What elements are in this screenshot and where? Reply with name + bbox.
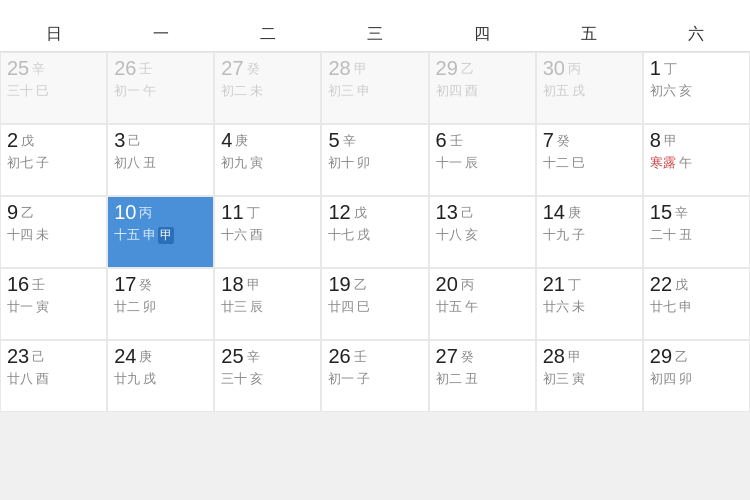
day-cell[interactable]: 25辛三十亥	[214, 340, 321, 412]
day-cell[interactable]: 24庚廿九戌	[107, 340, 214, 412]
lunar-row: 初七子	[7, 154, 100, 172]
day-number: 15	[650, 201, 672, 224]
lunar-day: 初二	[221, 82, 247, 100]
lunar-day: 十五	[114, 226, 140, 244]
day-cell[interactable]: 26壬初一子	[321, 340, 428, 412]
day-num-row: 28甲	[328, 57, 421, 80]
day-cell[interactable]: 12戊十七戌	[321, 196, 428, 268]
earthly-branch: 亥	[679, 82, 692, 100]
day-cell[interactable]: 23己廿八酉	[0, 340, 107, 412]
day-cell[interactable]: 17癸廿二卯	[107, 268, 214, 340]
day-number: 2	[7, 129, 18, 152]
lunar-day: 十四	[7, 226, 33, 244]
day-cell[interactable]: 22戊廿七申	[643, 268, 750, 340]
day-num-row: 29乙	[436, 57, 529, 80]
lunar-row: 初一午	[114, 82, 207, 100]
day-cell[interactable]: 19乙廿四巳	[321, 268, 428, 340]
day-cell[interactable]: 28甲初三申	[321, 52, 428, 124]
lunar-day: 廿五	[436, 298, 462, 316]
day-cell[interactable]: 9乙十四未	[0, 196, 107, 268]
day-cell[interactable]: 15辛二十丑	[643, 196, 750, 268]
day-number: 6	[436, 129, 447, 152]
day-cell[interactable]: 20丙廿五午	[429, 268, 536, 340]
day-cell[interactable]: 18甲廿三辰	[214, 268, 321, 340]
day-num-row: 29乙	[650, 345, 743, 368]
today-label: 甲	[158, 227, 174, 244]
heavenly-stem: 乙	[21, 204, 34, 222]
day-num-row: 25辛	[221, 345, 314, 368]
day-cell[interactable]: 13己十八亥	[429, 196, 536, 268]
earthly-branch: 卯	[357, 154, 370, 172]
day-num-row: 4庚	[221, 129, 314, 152]
day-number: 1	[650, 57, 661, 80]
earthly-branch: 子	[36, 154, 49, 172]
day-cell[interactable]: 14庚十九子	[536, 196, 643, 268]
weekday-label: 四	[429, 18, 536, 51]
day-num-row: 5辛	[328, 129, 421, 152]
day-cell[interactable]: 2戊初七子	[0, 124, 107, 196]
earthly-branch: 巳	[357, 298, 370, 316]
day-cell[interactable]: 16壬廿一寅	[0, 268, 107, 340]
earthly-branch: 寅	[572, 370, 585, 388]
heavenly-stem: 乙	[461, 60, 474, 78]
earthly-branch: 丑	[465, 370, 478, 388]
day-cell[interactable]: 29乙初四卯	[643, 340, 750, 412]
day-cell[interactable]: 1丁初六亥	[643, 52, 750, 124]
day-cell[interactable]: 3己初八丑	[107, 124, 214, 196]
day-number: 26	[328, 345, 350, 368]
lunar-row: 十六酉	[221, 226, 314, 244]
day-cell[interactable]: 27癸初二丑	[429, 340, 536, 412]
day-num-row: 6壬	[436, 129, 529, 152]
day-cell[interactable]: 4庚初九寅	[214, 124, 321, 196]
heavenly-stem: 庚	[568, 204, 581, 222]
day-number: 7	[543, 129, 554, 152]
earthly-branch: 午	[465, 298, 478, 316]
day-number: 22	[650, 273, 672, 296]
day-num-row: 8甲	[650, 129, 743, 152]
day-cell[interactable]: 29乙初四酉	[429, 52, 536, 124]
day-cell[interactable]: 8甲寒露午	[643, 124, 750, 196]
day-cell[interactable]: 11丁十六酉	[214, 196, 321, 268]
lunar-row: 初三寅	[543, 370, 636, 388]
heavenly-stem: 甲	[664, 132, 677, 150]
heavenly-stem: 癸	[557, 132, 570, 150]
earthly-branch: 午	[143, 82, 156, 100]
day-number: 13	[436, 201, 458, 224]
day-number: 25	[7, 57, 29, 80]
header	[0, 0, 750, 18]
day-cell[interactable]: 10丙十五申甲	[107, 196, 214, 268]
day-cell[interactable]: 25辛三十巳	[0, 52, 107, 124]
day-number: 29	[650, 345, 672, 368]
day-cell[interactable]: 27癸初二未	[214, 52, 321, 124]
lunar-day: 初三	[328, 82, 354, 100]
heavenly-stem: 庚	[139, 348, 152, 366]
day-cell[interactable]: 5辛初十卯	[321, 124, 428, 196]
day-num-row: 18甲	[221, 273, 314, 296]
earthly-branch: 卯	[679, 370, 692, 388]
day-number: 16	[7, 273, 29, 296]
lunar-day: 初二	[436, 370, 462, 388]
lunar-row: 十八亥	[436, 226, 529, 244]
lunar-row: 初二丑	[436, 370, 529, 388]
day-cell[interactable]: 7癸十二巳	[536, 124, 643, 196]
day-num-row: 27癸	[436, 345, 529, 368]
earthly-branch: 申	[143, 226, 156, 244]
weekday-label: 日	[0, 18, 107, 51]
day-num-row: 25辛	[7, 57, 100, 80]
earthly-branch: 戌	[357, 226, 370, 244]
weekday-label: 一	[107, 18, 214, 51]
day-num-row: 23己	[7, 345, 100, 368]
earthly-branch: 未	[572, 298, 585, 316]
day-number: 12	[328, 201, 350, 224]
earthly-branch: 丑	[143, 154, 156, 172]
day-cell[interactable]: 26壬初一午	[107, 52, 214, 124]
day-cell[interactable]: 28甲初三寅	[536, 340, 643, 412]
day-cell[interactable]: 30丙初五戌	[536, 52, 643, 124]
day-num-row: 27癸	[221, 57, 314, 80]
lunar-day: 初十	[328, 154, 354, 172]
day-cell[interactable]: 21丁廿六未	[536, 268, 643, 340]
earthly-branch: 辰	[465, 154, 478, 172]
day-cell[interactable]: 6壬十一辰	[429, 124, 536, 196]
earthly-branch: 申	[357, 82, 370, 100]
lunar-day: 二十	[650, 226, 676, 244]
